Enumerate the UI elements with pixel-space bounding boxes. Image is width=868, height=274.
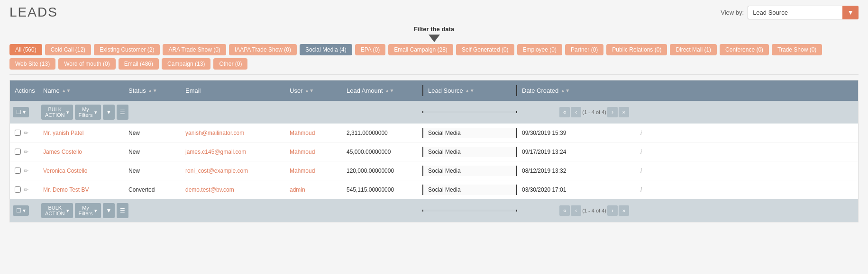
- filter-tag-12[interactable]: Direct Mail (1): [670, 44, 717, 55]
- table-col-actions: Actions: [10, 85, 38, 96]
- table-col-lead-amount[interactable]: Lead Amount ▲▼: [342, 85, 422, 96]
- filter-tag-16[interactable]: Word of mouth (0): [58, 58, 115, 70]
- edit-icon[interactable]: ✏: [24, 149, 28, 155]
- bottom-my-filters-btn[interactable]: My Filters ▾: [75, 203, 101, 218]
- info-icon[interactable]: i: [640, 186, 642, 193]
- filter-tag-19[interactable]: Other (0): [213, 58, 247, 70]
- row-actions: ✏: [10, 128, 38, 138]
- bottom-select-all-btn[interactable]: ☐ ▾: [13, 205, 29, 216]
- row-checkbox[interactable]: [15, 130, 21, 136]
- first-page-btn[interactable]: «: [559, 107, 570, 117]
- filter-tag-13[interactable]: Conference (0): [720, 44, 769, 55]
- user-link[interactable]: admin: [290, 186, 305, 193]
- bottom-first-page-btn[interactable]: «: [559, 205, 570, 216]
- filter-tag-2[interactable]: Existing Customer (2): [94, 44, 160, 55]
- table-row: ✏ Mr. yanish Patel New yanish@mailinator…: [10, 124, 858, 142]
- filter-icon-btn[interactable]: ▼: [103, 105, 115, 120]
- name-link[interactable]: Mr. Demo Test BV: [43, 186, 89, 193]
- filter-tag-8[interactable]: Self Generated (0): [456, 44, 514, 55]
- bottom-bulk-cell: BULK ACTION ▾ My Filters ▾ ▼ ☰: [38, 202, 124, 219]
- filter-tag-11[interactable]: Public Relations (0): [606, 44, 667, 55]
- bottom-filter-btn[interactable]: ▼: [103, 203, 115, 218]
- user-link[interactable]: Mahmoud: [290, 149, 315, 155]
- row-date-created: 09/17/2019 13:24: [517, 147, 636, 157]
- table-col-status[interactable]: Status ▲▼: [124, 85, 181, 96]
- toolbar-lead-source: [422, 111, 517, 113]
- filter-tag-9[interactable]: Employee (0): [517, 44, 562, 55]
- email-link[interactable]: james.c145@gmail.com: [185, 149, 246, 155]
- row-lead-amount: 120,000.00000000: [342, 166, 422, 176]
- prev-page-btn[interactable]: ‹: [571, 107, 581, 117]
- name-link[interactable]: James Costello: [43, 149, 82, 155]
- filter-tag-5[interactable]: Social Media (4): [300, 44, 352, 55]
- filter-tag-1[interactable]: Cold Call (12): [45, 44, 91, 55]
- table-col-date-created[interactable]: Date Created ▲▼: [517, 85, 636, 96]
- name-link[interactable]: Veronica Costello: [43, 168, 87, 174]
- row-lead-source: Social Media: [422, 128, 517, 138]
- table-row: ✏ Mr. Demo Test BV Converted demo.test@b…: [10, 180, 858, 199]
- filter-tag-14[interactable]: Trade Show (0): [772, 44, 822, 55]
- edit-icon[interactable]: ✏: [24, 168, 28, 174]
- bottom-lead-source: [422, 210, 517, 212]
- toolbar-amount: [342, 111, 422, 113]
- view-by-label: View by:: [721, 9, 744, 16]
- bulk-action-cell: BULK ACTION ▾ My Filters ▾ ▼ ☰: [38, 104, 124, 121]
- filter-tooltip: Filter the data: [9, 26, 859, 42]
- filter-tags-row1: All (560)Cold Call (12)Existing Customer…: [9, 44, 859, 70]
- row-email: demo.test@bv.com: [181, 185, 285, 195]
- table-col-user[interactable]: User ▲▼: [285, 85, 342, 96]
- user-link[interactable]: Mahmoud: [290, 168, 315, 174]
- view-by-select[interactable]: Lead Source: [748, 6, 842, 19]
- filter-tag-0[interactable]: All (560): [9, 44, 42, 55]
- email-link[interactable]: yanish@mailinator.com: [185, 130, 244, 136]
- filter-tag-18[interactable]: Campaign (13): [162, 58, 210, 70]
- toolbar-info: [636, 111, 655, 113]
- select-all-btn[interactable]: ☐ ▾: [13, 107, 29, 117]
- row-user: Mahmoud: [285, 166, 342, 176]
- bottom-checkbox-cell: ☐ ▾: [10, 204, 38, 217]
- row-actions: ✏: [10, 147, 38, 157]
- row-info: i: [636, 146, 655, 157]
- filter-tag-10[interactable]: Partner (0): [565, 44, 603, 55]
- table-col-name[interactable]: Name ▲▼: [38, 85, 124, 96]
- row-email: roni_cost@example.com: [181, 166, 285, 176]
- table-col-email: Email: [181, 85, 285, 96]
- edit-icon[interactable]: ✏: [24, 130, 28, 136]
- bottom-next-page-btn[interactable]: ›: [607, 205, 618, 216]
- info-icon[interactable]: i: [640, 167, 642, 174]
- next-page-btn[interactable]: ›: [607, 107, 618, 117]
- name-link[interactable]: Mr. yanish Patel: [43, 130, 83, 136]
- toolbar-status: [124, 111, 181, 113]
- email-link[interactable]: demo.test@bv.com: [185, 186, 234, 193]
- filter-tag-15[interactable]: Web Site (13): [9, 58, 55, 70]
- table-col-lead-source[interactable]: Lead Source ▲▼: [422, 85, 517, 96]
- edit-icon[interactable]: ✏: [24, 186, 28, 193]
- row-checkbox[interactable]: [15, 168, 21, 174]
- row-checkbox[interactable]: [15, 149, 21, 155]
- last-page-btn[interactable]: »: [619, 107, 629, 117]
- row-email: yanish@mailinator.com: [181, 128, 285, 138]
- email-link[interactable]: roni_cost@example.com: [185, 168, 248, 174]
- my-filters-btn[interactable]: My Filters ▾: [75, 105, 101, 120]
- bulk-action-btn[interactable]: BULK ACTION ▾: [41, 105, 73, 120]
- bottom-bulk-action-btn[interactable]: BULK ACTION ▾: [41, 203, 73, 218]
- filter-tag-17[interactable]: Email (486): [119, 58, 159, 70]
- info-icon[interactable]: i: [640, 148, 642, 155]
- view-by-dropdown-btn[interactable]: ▼: [842, 6, 859, 19]
- sort-icon: ▲▼: [304, 89, 314, 93]
- user-link[interactable]: Mahmoud: [290, 130, 315, 136]
- row-name: Mr. Demo Test BV: [38, 185, 124, 195]
- filter-tag-6[interactable]: EPA (0): [355, 44, 385, 55]
- filter-tag-7[interactable]: Email Campaign (28): [388, 44, 453, 55]
- row-name: James Costello: [38, 147, 124, 157]
- bottom-last-page-btn[interactable]: »: [619, 205, 629, 216]
- info-icon[interactable]: i: [640, 129, 642, 136]
- table-row: ✏ Veronica Costello New roni_cost@exampl…: [10, 161, 858, 180]
- table-header: ActionsName ▲▼Status ▲▼EmailUser ▲▼Lead …: [10, 80, 858, 101]
- sort-icon: ▲▼: [62, 89, 71, 93]
- row-checkbox[interactable]: [15, 186, 21, 193]
- row-name: Veronica Costello: [38, 166, 124, 176]
- bottom-prev-page-btn[interactable]: ‹: [571, 205, 581, 216]
- filter-tag-4[interactable]: IAAPA Trade Show (0): [229, 44, 297, 55]
- filter-tag-3[interactable]: ARA Trade Show (0): [163, 44, 226, 55]
